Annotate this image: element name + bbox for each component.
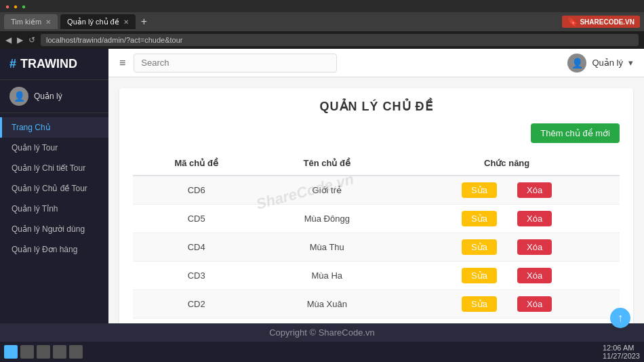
cell-ten: Giới trẻ — [260, 176, 394, 205]
content-card: ShareCode.vn QUẢN LÝ CHỦ ĐỀ Thêm chủ đề … — [119, 88, 633, 362]
sua-button[interactable]: Sửa — [462, 268, 497, 283]
sua-button[interactable]: Sửa — [462, 239, 497, 255]
taskbar-app2[interactable] — [53, 345, 66, 359]
sidebar: # TRAWIND 👤 Quản lý Trang Chủ Quản lý To… — [0, 49, 108, 362]
taskbar-start[interactable] — [4, 345, 18, 359]
cell-ten: Mùa Thu — [260, 233, 394, 262]
url-bar[interactable]: localhost/trawind/admin/?act=chude&tour — [41, 34, 639, 46]
cell-action: Sửa Xóa — [394, 233, 620, 262]
sidebar-brand: # TRAWIND — [0, 49, 108, 80]
sidebar-nav: Trang Chủ Quản lý Tour Quản lý Chi tiết … — [0, 113, 108, 343]
cell-action: Sửa Xóa — [394, 290, 620, 319]
address-bar: ◀ ▶ ↺ localhost/trawind/admin/?act=chude… — [0, 31, 644, 49]
add-topic-button[interactable]: Thêm chủ đề mới — [531, 123, 620, 143]
cell-ma: CD5 — [133, 205, 260, 233]
sua-button[interactable]: Sửa — [462, 296, 497, 312]
table-row: CD3 Mùa Ha Sửa Xóa — [133, 262, 620, 290]
cell-ma: CD4 — [133, 233, 260, 262]
sua-button[interactable]: Sửa — [462, 211, 497, 226]
col-header-chucnang: Chức năng — [394, 151, 620, 176]
main-content: ≡ 👤 Quản lý ▾ ShareCode.vn QUẢN LÝ CHỦ Đ… — [108, 49, 644, 362]
topbar: ≡ 👤 Quản lý ▾ — [108, 49, 644, 77]
col-header-ten: Tên chủ đề — [260, 151, 394, 176]
cell-ten: Mùa Ha — [260, 262, 394, 290]
add-btn-row: Thêm chủ đề mới — [133, 123, 620, 143]
topbar-right: 👤 Quản lý ▾ — [567, 54, 633, 73]
avatar: 👤 — [9, 87, 28, 106]
table-row: CD5 Mùa Đôngg Sửa Xóa — [133, 205, 620, 233]
admin-dropdown-icon[interactable]: ▾ — [628, 58, 633, 68]
admin-avatar: 👤 — [567, 54, 586, 73]
brand-name: TRAWIND — [20, 57, 77, 71]
sharecode-logo: 🔖 SHARECODE.VN — [562, 16, 640, 28]
tab-search[interactable]: Tim kiếm ✕ — [4, 14, 58, 29]
tab-chude[interactable]: Quản lý chủ đề ✕ — [60, 14, 136, 29]
tab-search-label: Tim kiếm — [11, 18, 41, 26]
cell-action: Sửa Xóa — [394, 262, 620, 290]
cell-ma: CD3 — [133, 262, 260, 290]
copyright-bar: Copyright © ShareCode.vn — [0, 323, 644, 342]
tab-active-close-icon[interactable]: ✕ — [123, 18, 129, 26]
taskbar-time: 12:06 AM 11/27/2023 — [603, 344, 640, 360]
topics-table: Mã chủ đề Tên chủ đề Chức năng CD6 Giới … — [133, 151, 620, 347]
page-title: QUẢN LÝ CHỦ ĐỀ — [133, 99, 620, 114]
cell-ma: CD6 — [133, 176, 260, 205]
search-input[interactable] — [134, 54, 337, 73]
scroll-to-top-button[interactable]: ↑ — [610, 308, 630, 328]
taskbar-search[interactable] — [20, 345, 34, 359]
browser-window-controls: ● ● ● — [0, 0, 644, 12]
taskbar-app1[interactable] — [37, 345, 50, 359]
sidebar-item-nguoidung[interactable]: Quản lý Người dùng — [0, 219, 108, 239]
admin-label: Quản lý — [592, 58, 623, 68]
table-row: CD4 Mùa Thu Sửa Xóa — [133, 233, 620, 262]
brand-hash: # — [9, 57, 16, 71]
cell-ten: Mùa Đôngg — [260, 205, 394, 233]
table-row: CD6 Giới trẻ Sửa Xóa — [133, 176, 620, 205]
col-header-ma: Mã chủ đề — [133, 151, 260, 176]
cell-action: Sửa Xóa — [394, 205, 620, 233]
taskbar-app3[interactable] — [69, 345, 83, 359]
cell-ten: Mùa Xuân — [260, 290, 394, 319]
table-row: CD2 Mùa Xuân Sửa Xóa — [133, 290, 620, 319]
sidebar-item-chude[interactable]: Quản lý Chủ đề Tour — [0, 178, 108, 199]
page-area: ShareCode.vn QUẢN LÝ CHỦ ĐỀ Thêm chủ đề … — [108, 77, 644, 362]
xoa-button[interactable]: Xóa — [517, 211, 552, 226]
tab-close-icon[interactable]: ✕ — [45, 18, 51, 26]
tab-chude-label: Quản lý chủ đề — [67, 18, 119, 26]
taskbar: 12:06 AM 11/27/2023 — [0, 342, 644, 362]
sidebar-user: 👤 Quản lý — [0, 80, 108, 113]
cell-ma: CD2 — [133, 290, 260, 319]
xoa-button[interactable]: Xóa — [517, 296, 552, 312]
sidebar-item-tinh[interactable]: Quản lý Tỉnh — [0, 199, 108, 219]
xoa-button[interactable]: Xóa — [517, 182, 552, 198]
sidebar-item-donhang[interactable]: Quản lý Đơn hàng — [0, 239, 108, 260]
menu-icon[interactable]: ≡ — [119, 57, 125, 69]
sidebar-item-trangchu[interactable]: Trang Chủ — [0, 117, 108, 138]
sidebar-item-quantytour[interactable]: Quản lý Tour — [0, 138, 108, 158]
tab-bar: Tim kiếm ✕ Quản lý chủ đề ✕ + 🔖 SHARECOD… — [0, 12, 644, 31]
new-tab-button[interactable]: + — [138, 16, 150, 28]
sidebar-item-chitiet[interactable]: Quản lý Chi tiết Tour — [0, 158, 108, 178]
xoa-button[interactable]: Xóa — [517, 239, 552, 255]
sua-button[interactable]: Sửa — [462, 182, 497, 198]
xoa-button[interactable]: Xóa — [517, 268, 552, 283]
sidebar-username: Quản lý — [34, 92, 62, 101]
cell-action: Sửa Xóa — [394, 176, 620, 205]
